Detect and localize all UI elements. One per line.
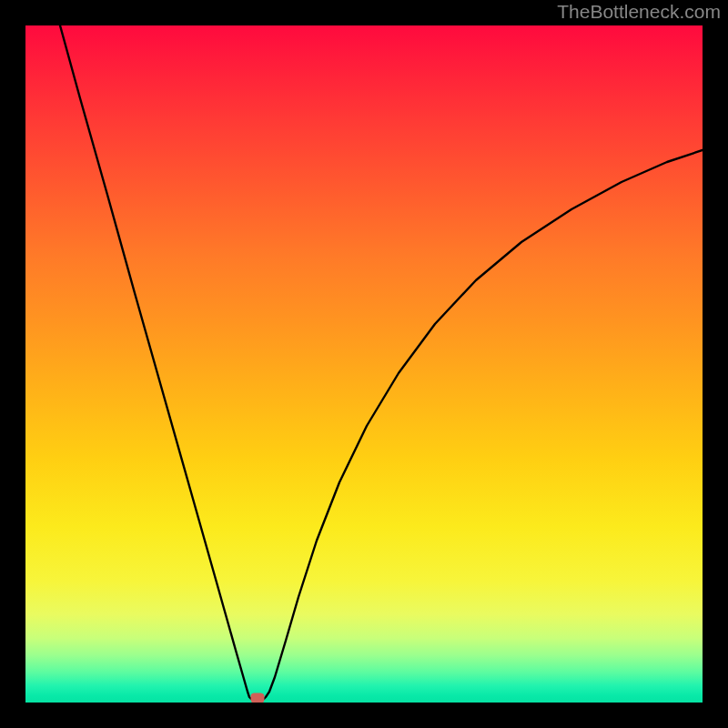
bottleneck-curve	[60, 25, 703, 699]
chart-svg	[25, 25, 703, 703]
min-point-marker	[251, 693, 265, 703]
plot-area	[25, 25, 703, 703]
watermark-text: TheBottleneck.com	[557, 1, 721, 23]
outer-frame: TheBottleneck.com	[0, 0, 728, 728]
